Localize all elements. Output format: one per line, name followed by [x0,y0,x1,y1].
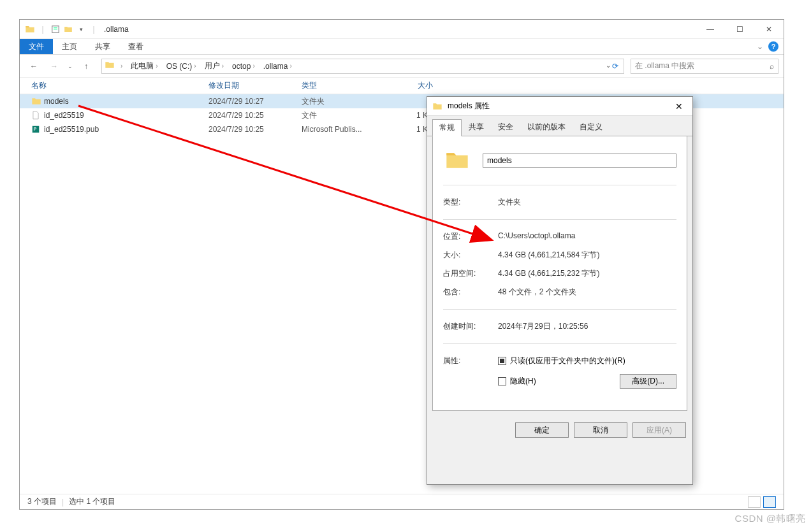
qat-sep: | [38,24,48,34]
ok-button[interactable]: 确定 [515,422,569,438]
folder-icon [25,24,35,34]
explorer-window: | ▾ | .ollama — ☐ ✕ 文件 主页 共享 查看 ⌄ ? ← → [19,19,784,510]
prop-name-input[interactable] [483,154,676,168]
addr-dropdown-icon[interactable]: ⌄ [606,62,611,71]
tab-home[interactable]: 主页 [53,39,86,54]
tab-share[interactable]: 共享 [462,119,491,136]
advanced-button[interactable]: 高级(D)... [620,374,676,389]
status-selected: 选中 1 个项目 [69,496,115,507]
prop-created-value: 2024年7月29日，10:25:56 [498,321,588,332]
navbar: ← → ⌄ ↑ › 此电脑› OS (C:)› 用户› octop› .olla… [20,55,784,78]
qat-sep2: | [89,24,99,34]
prop-button-row: 确定 取消 应用(A) [427,416,692,444]
prop-size-label: 大小: [443,250,498,261]
view-thumbnails-button[interactable] [748,496,761,508]
file-name: id_ed25519.pub [44,125,208,134]
search-placeholder: 在 .ollama 中搜索 [635,61,694,71]
prop-type-value: 文件夹 [498,197,521,208]
prop-ondisk-label: 占用空间: [443,268,498,279]
recent-dropdown[interactable]: ⌄ [66,57,75,75]
status-sep: | [62,498,64,507]
tab-previous[interactable]: 以前的版本 [520,119,573,136]
refresh-icon[interactable]: ⟳ [612,62,618,71]
file-date: 2024/7/29 10:27 [208,97,302,106]
file-type: Microsoft Publis... [302,125,382,134]
folder-icon [31,96,44,106]
col-type[interactable]: 类型 [302,80,382,91]
tab-general[interactable]: 常规 [432,119,462,136]
prop-type-label: 类型: [443,197,498,208]
prop-location-label: 位置: [443,231,498,242]
hidden-label: 隐藏(H) [510,376,536,387]
help-icon[interactable]: ? [768,41,778,52]
folder-icon [105,60,115,72]
status-bar: 3 个项目 | 选中 1 个项目 [20,494,784,509]
prop-titlebar: models 属性 ✕ [427,97,692,116]
prop-size-value: 4.34 GB (4,661,214,584 字节) [498,250,599,261]
qat-new-icon[interactable] [63,24,73,34]
titlebar: | ▾ | .ollama — ☐ ✕ [20,20,784,39]
up-button[interactable]: ↑ [77,57,95,75]
breadcrumb-item[interactable]: OS (C:)› [164,59,201,73]
prop-title-text: models 属性 [444,101,490,111]
file-icon [31,111,44,120]
prop-location-value: C:\Users\octop\.ollama [498,231,575,242]
qat-props-icon[interactable] [50,24,61,34]
ribbon-tabs: 文件 主页 共享 查看 ⌄ ? [20,39,784,55]
svg-text:P: P [34,127,37,131]
maximize-button[interactable]: ☐ [725,20,754,39]
search-icon[interactable]: ⌕ [770,62,774,71]
pub-icon: P [31,125,44,134]
apply-button[interactable]: 应用(A) [632,422,686,438]
prop-tabs: 常规 共享 安全 以前的版本 自定义 [427,116,692,136]
prop-body: 类型:文件夹 位置:C:\Users\octop\.ollama 大小:4.34… [432,136,687,411]
tab-custom[interactable]: 自定义 [573,119,610,136]
file-date: 2024/7/29 10:25 [208,125,302,134]
tab-view[interactable]: 查看 [119,39,152,54]
col-date[interactable]: 修改日期 [208,80,302,91]
file-name: models [44,97,208,106]
breadcrumb-item[interactable]: 用户› [202,59,228,73]
file-type: 文件 [302,110,382,121]
breadcrumb-item[interactable]: 此电脑› [128,59,162,73]
breadcrumb-item[interactable]: .ollama› [261,59,296,73]
ribbon-expand-icon[interactable]: ⌄ [757,42,763,51]
sys-buttons: — ☐ ✕ [696,20,784,39]
address-bar[interactable]: › 此电脑› OS (C:)› 用户› octop› .ollama› ⌄ ⟳ [101,59,624,74]
folder-large-icon [443,147,471,175]
watermark: CSDN @韩曙亮 [735,513,806,525]
breadcrumb-item[interactable]: octop› [230,59,259,73]
tab-security[interactable]: 安全 [491,119,520,136]
close-button[interactable]: ✕ [754,20,784,39]
file-type: 文件夹 [302,96,382,107]
qat: | ▾ | [20,24,99,34]
chevron-right-icon[interactable]: › [119,62,124,69]
prop-contains-value: 48 个文件，2 个文件夹 [498,287,576,298]
properties-dialog: models 属性 ✕ 常规 共享 安全 以前的版本 自定义 类型:文件夹 位置… [427,96,693,485]
prop-contains-label: 包含: [443,287,498,298]
file-date: 2024/7/29 10:25 [208,111,302,120]
column-headers: 名称 修改日期 类型 大小 [20,78,784,94]
tab-file[interactable]: 文件 [20,39,53,54]
tab-share[interactable]: 共享 [86,39,119,54]
folder-icon [432,101,444,111]
cancel-button[interactable]: 取消 [574,422,627,438]
back-button[interactable]: ← [25,57,43,75]
hidden-checkbox[interactable] [498,377,506,385]
status-total: 3 个项目 [27,496,57,507]
forward-button[interactable]: → [45,57,63,75]
readonly-label: 只读(仅应用于文件夹中的文件)(R) [510,356,625,366]
minimize-button[interactable]: — [696,20,725,39]
window-title: .ollama [99,25,129,34]
qat-dropdown[interactable]: ▾ [76,24,86,34]
prop-attrs-label: 属性: [443,356,498,366]
prop-created-label: 创建时间: [443,321,498,332]
view-details-button[interactable] [763,496,776,508]
col-size[interactable]: 大小 [382,80,446,91]
search-input[interactable]: 在 .ollama 中搜索 ⌕ [631,59,778,74]
readonly-checkbox[interactable] [498,357,506,365]
col-name[interactable]: 名称 [31,80,208,91]
prop-close-button[interactable]: ✕ [666,97,692,115]
file-name: id_ed25519 [44,111,208,120]
prop-ondisk-value: 4.34 GB (4,661,215,232 字节) [498,268,599,279]
